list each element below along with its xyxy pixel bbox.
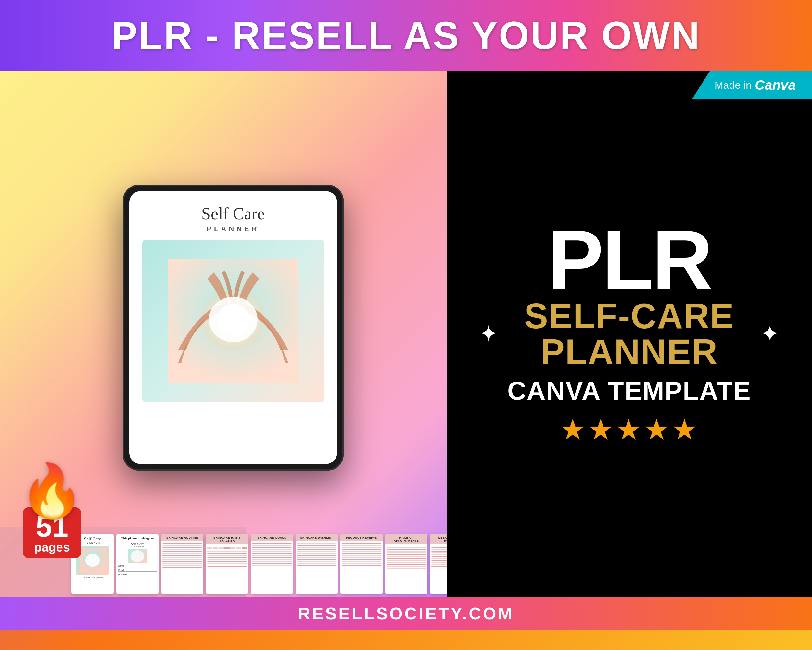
preview-skincare-routine-body <box>161 541 203 594</box>
heart-hands-svg <box>168 259 298 383</box>
left-panel: Self Care PLANNER <box>0 71 447 597</box>
sparkle-right-icon: ✦ <box>760 320 780 347</box>
svg-point-3 <box>217 304 249 335</box>
preview-makeup-header: MAKE UP APPOINTMENTS <box>385 534 427 544</box>
self-care-section: ✦ SELF-CARE PLANNER ✦ <box>473 298 786 370</box>
preview-skincare-routine-header: SKINCARE ROUTINE <box>161 534 203 541</box>
preview-makeup: MAKE UP APPOINTMENTS <box>385 534 427 594</box>
preview-skincare-goals-header: SKINCARE GOALS <box>251 534 293 541</box>
content-area: Self Care PLANNER <box>0 71 812 597</box>
footer-text: RESELLSOCIETY.COM <box>298 604 514 623</box>
main-container: PLR - RESELL AS YOUR OWN Self Care PLANN… <box>0 0 812 650</box>
tablet-screen: Self Care PLANNER <box>129 191 337 464</box>
banner-title: PLR - RESELL AS YOUR OWN <box>0 13 812 58</box>
canva-badge: Made in Canva <box>692 71 812 99</box>
flame-icon: 🔥 <box>20 465 84 517</box>
right-panel: Made in Canva PLR ✦ SELF-CARE PLANNER ✦ … <box>447 71 812 597</box>
preview-wishlist-title: SKINCARE WISHLIST <box>297 536 336 539</box>
preview-skincare-goals: SKINCARE GOALS <box>251 534 293 594</box>
field-business: Business <box>118 573 157 575</box>
preview-wishlist: SKINCARE WISHLIST <box>296 534 338 594</box>
preview-skincare-goals-body <box>251 541 293 594</box>
preview-habit-tracker: SKINCARE HABIT TRACKER <box>206 534 248 594</box>
preview-reviews: PRODUCT REVIEWS <box>340 534 383 594</box>
field-email: Email <box>118 569 157 571</box>
preview-skincare-goals-title: SKINCARE GOALS <box>252 536 292 539</box>
field-name: Name <box>118 565 157 567</box>
self-care-title: SELF-CARE <box>473 298 786 334</box>
heart-image <box>142 240 324 402</box>
footer: RESELLSOCIETY.COM <box>0 597 812 630</box>
preview-habit-tracker-title: SKINCARE HABIT TRACKER <box>208 536 247 543</box>
tablet-container: Self Care PLANNER <box>123 185 343 471</box>
pages-label: pages <box>34 541 70 554</box>
preview-skincare-routine: SKINCARE ROUTINE <box>161 534 203 594</box>
preview-makeup-title: MAKE UP APPOINTMENTS <box>387 536 426 543</box>
preview-skincare-routine-title: SKINCARE ROUTINE <box>163 536 202 539</box>
planner-title: PLANNER <box>473 334 786 370</box>
tablet-frame: Self Care PLANNER <box>123 185 343 471</box>
preview-reviews-body <box>340 541 383 594</box>
made-in-text: Made in <box>714 79 752 91</box>
preview-cover-sub: PLANNER <box>85 542 100 544</box>
preview-wishlist-body <box>296 541 338 594</box>
preview-makeup-body <box>385 544 427 594</box>
preview-habit-tracker-body <box>206 544 248 594</box>
star-rating: ★★★★★ <box>560 413 699 447</box>
preview-info-title: This planner belongs to <box>118 537 157 540</box>
top-banner: PLR - RESELL AS YOUR OWN <box>0 0 812 71</box>
preview-cover-title: Self Care <box>84 537 101 542</box>
svg-point-5 <box>85 554 100 567</box>
preview-reviews-header: PRODUCT REVIEWS <box>340 534 383 541</box>
tablet-title: Self Care <box>201 204 265 223</box>
plr-title: PLR <box>547 222 711 298</box>
preview-wishlist-header: SKINCARE WISHLIST <box>296 534 338 541</box>
tablet-subtitle: PLANNER <box>206 225 259 233</box>
preview-habit-tracker-header: SKINCARE HABIT TRACKER <box>206 534 248 544</box>
canva-brand-text: Canva <box>755 77 796 93</box>
preview-info: This planner belongs to Self Care PLANNE… <box>116 534 159 594</box>
sparkle-left-icon: ✦ <box>479 320 498 347</box>
flame-badge: 🔥 51 pages <box>20 465 84 558</box>
canva-template-text: CANVA TEMPLATE <box>507 376 751 406</box>
preview-reviews-title: PRODUCT REVIEWS <box>342 536 381 539</box>
